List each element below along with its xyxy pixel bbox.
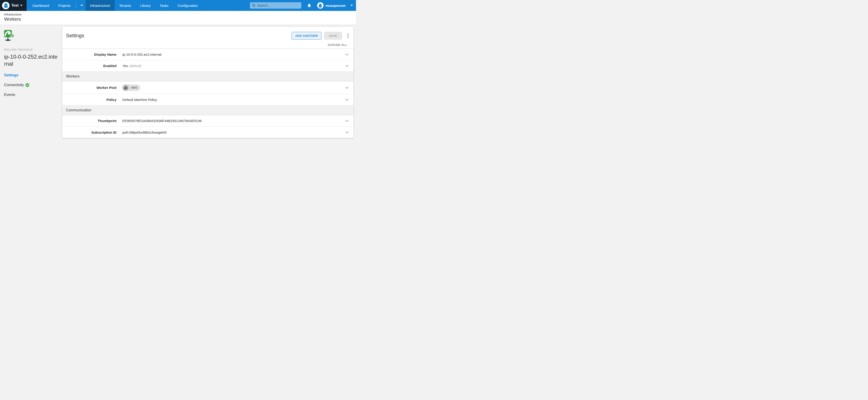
user-avatar bbox=[317, 2, 323, 9]
sidebar-item-label: Connectivity bbox=[4, 83, 24, 87]
row-label: Display Name bbox=[62, 53, 122, 56]
nav-item-tasks[interactable]: Tasks bbox=[155, 0, 173, 11]
search-input[interactable] bbox=[257, 4, 299, 7]
row-value: AWS bbox=[122, 85, 140, 91]
chevron-down-icon[interactable] bbox=[340, 98, 353, 101]
projects-dropdown-button[interactable] bbox=[76, 0, 86, 11]
chevron-down-icon[interactable] bbox=[340, 65, 353, 67]
user-menu[interactable]: mcasperson bbox=[317, 2, 353, 9]
row-value: Default Machine Policy bbox=[122, 98, 157, 102]
machine-type-label: POLLING TENTACLE bbox=[4, 48, 58, 51]
row-label: Enabled bbox=[62, 64, 122, 68]
card-header: Settings ADD ANOTHER SAVE bbox=[62, 27, 353, 42]
enabled-default-suffix: (default) bbox=[129, 64, 142, 68]
nav-item-projects[interactable]: Projects bbox=[54, 0, 75, 11]
nav-item-tenants[interactable]: Tenants bbox=[115, 0, 136, 11]
sidebar-links: Settings Connectivity Events bbox=[4, 73, 58, 97]
breadcrumb-parent-link[interactable]: Infrastructure bbox=[4, 13, 356, 16]
section-header-communication: Communication bbox=[62, 106, 353, 115]
page-title: Workers bbox=[4, 17, 356, 22]
row-subscription-id[interactable]: Subscription ID poll://d6pd3u4l862c9uwge… bbox=[62, 126, 353, 138]
sidebar-item-connectivity[interactable]: Connectivity bbox=[4, 83, 58, 87]
card-actions: ADD ANOTHER SAVE bbox=[291, 32, 350, 39]
username: mcasperson bbox=[326, 4, 346, 7]
row-enabled[interactable]: Enabled Yes (default) bbox=[62, 60, 353, 72]
chevron-down-icon bbox=[20, 5, 23, 6]
row-label: Policy bbox=[62, 98, 122, 102]
nav-items: Dashboard Projects Infrastructure Tenant… bbox=[28, 0, 202, 11]
nav-divider bbox=[75, 3, 76, 8]
section-header-workers: Workers bbox=[62, 72, 353, 81]
settings-card: Settings ADD ANOTHER SAVE EXPAND ALL Dis… bbox=[62, 27, 353, 138]
worker-pool-chip[interactable]: AWS bbox=[122, 85, 140, 91]
sidebar-item-events[interactable]: Events bbox=[4, 93, 58, 97]
card-title: Settings bbox=[66, 33, 84, 39]
machine-sidebar: POLLING TENTACLE ip-10-0-0-252.ec2.inter… bbox=[0, 25, 62, 138]
row-value: EE955979EDA090432836F44B29312607B43E5106 bbox=[122, 119, 202, 123]
network-stand-icon bbox=[4, 37, 13, 41]
breadcrumb: Infrastructure Workers bbox=[0, 11, 356, 25]
machine-name: ip-10-0-0-252.ec2.internal bbox=[4, 53, 59, 67]
chevron-down-icon bbox=[350, 5, 353, 6]
sidebar-item-settings[interactable]: Settings bbox=[4, 73, 58, 77]
row-value: poll://d6pd3u4l862c9uwgelr5/ bbox=[122, 131, 167, 134]
nav-item-library[interactable]: Library bbox=[136, 0, 155, 11]
chevron-down-icon[interactable] bbox=[340, 87, 353, 89]
sidebar-item-label: Settings bbox=[4, 73, 19, 77]
healthy-check-icon bbox=[25, 83, 29, 87]
search-box[interactable] bbox=[250, 2, 301, 9]
nav-right-section: mcasperson bbox=[250, 0, 356, 11]
row-label: Worker Pool bbox=[62, 86, 122, 90]
space-switcher[interactable]: Test bbox=[0, 0, 27, 11]
sidebar-item-label: Events bbox=[4, 93, 15, 97]
content-area: POLLING TENTACLE ip-10-0-0-252.ec2.inter… bbox=[0, 25, 356, 138]
add-another-button[interactable]: ADD ANOTHER bbox=[291, 32, 321, 39]
search-icon bbox=[252, 4, 255, 7]
overflow-menu-icon[interactable] bbox=[346, 32, 350, 39]
octopus-logo-icon bbox=[2, 2, 9, 9]
row-thumbprint[interactable]: Thumbprint EE955979EDA090432836F44B29312… bbox=[62, 115, 353, 126]
nav-item-dashboard[interactable]: Dashboard bbox=[28, 0, 54, 11]
chevron-down-icon[interactable] bbox=[340, 53, 353, 56]
row-label: Thumbprint bbox=[62, 119, 122, 123]
row-value: Yes (default) bbox=[122, 64, 142, 68]
row-worker-pool[interactable]: Worker Pool AWS bbox=[62, 81, 353, 94]
worker-pool-chip-label: AWS bbox=[129, 86, 140, 89]
nav-item-infrastructure[interactable]: Infrastructure bbox=[86, 0, 115, 11]
worker-pool-icon bbox=[122, 85, 129, 91]
space-name: Test bbox=[11, 3, 19, 7]
nav-item-configuration[interactable]: Configuration bbox=[173, 0, 202, 11]
chevron-down-icon bbox=[81, 5, 83, 6]
expand-all-button[interactable]: EXPAND ALL bbox=[62, 42, 353, 49]
healthy-check-icon bbox=[10, 34, 14, 38]
row-policy[interactable]: Policy Default Machine Policy bbox=[62, 94, 353, 106]
polling-tentacle-icon bbox=[4, 30, 15, 42]
chevron-down-icon[interactable] bbox=[340, 131, 353, 134]
top-navigation: Test Dashboard Projects Infrastructure T… bbox=[0, 0, 356, 11]
notifications-bell-icon[interactable] bbox=[307, 3, 311, 8]
row-value: ip-10-0-0-252.ec2.internal bbox=[122, 53, 161, 56]
save-button[interactable]: SAVE bbox=[324, 32, 342, 39]
row-label: Subscription ID bbox=[62, 131, 122, 134]
row-display-name[interactable]: Display Name ip-10-0-0-252.ec2.internal bbox=[62, 49, 353, 60]
enabled-value: Yes bbox=[122, 64, 128, 68]
chevron-down-icon[interactable] bbox=[340, 120, 353, 122]
